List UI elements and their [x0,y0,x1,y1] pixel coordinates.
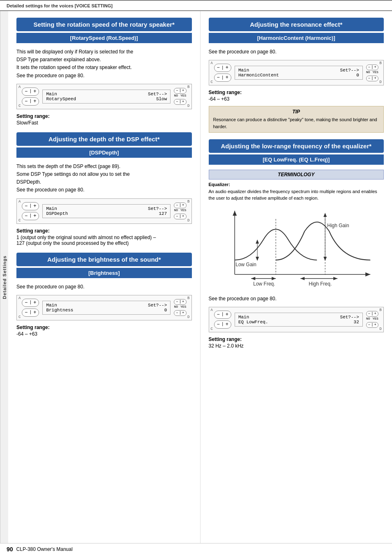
eq-diagram: A B C D − | + − | [209,307,384,332]
dsp-right-btn-top: − | + [174,203,186,208]
brightness-section: Adjusting the brightness of the sound* [… [16,253,192,337]
dsp-corner-b: B [187,200,189,204]
rotary-corner-d: D [187,104,189,108]
rotary-main-label: Main [46,92,57,97]
terminology-title: TERMINOLOGY [213,172,380,177]
brightness-right-buttons: − | + NOYES − | + [174,299,186,316]
brightness-diagram: A B C D − | + − | [16,295,192,320]
rotary-param-value: Slow [156,97,167,101]
rotary-body: This will be displayed only if Rotary is… [16,48,192,80]
harmonic-param-label: HarmonicContent [238,73,279,78]
rotary-right-minus-bottom: − [176,100,178,104]
harmonic-body-text: See the procedure on page 80. [209,49,277,55]
rotary-body-line1: This will be displayed only if Rotary is… [16,49,133,78]
brightness-center: Main Set?--> Brightness 0 [42,301,171,315]
rotary-right-buttons: − | + NOYES − | + [174,88,186,105]
terminology-definition: An audio equalizer divides the frequency… [209,189,377,201]
svg-marker-2 [233,211,237,216]
svg-marker-17 [300,277,304,280]
sidebar-strip: Detailed Settings [0,11,8,543]
rotary-right-btn-bottom: − | + [174,99,186,105]
dsp-range-value: 1 (output only the original sound with a… [16,235,192,246]
eq-right-buttons: − | + NOYES − | + [366,311,378,328]
header-bar: Detailed settings for the voices [VOICE … [0,0,392,11]
harmonic-btn-top: − | + [214,64,231,72]
dsp-left-buttons: − | + − | + [22,202,39,220]
eq-subheader: [EQ LowFreq. (EQ L.Freq)] [209,154,384,165]
dsp-set-label: Set?--> [148,206,167,211]
rotary-minus-top: − [25,89,28,94]
svg-marker-7 [256,240,259,244]
page-container: Detailed settings for the voices [VOICE … [0,0,392,555]
eq-body-text: See the procedure on page 80. [209,296,277,302]
brightness-set-label: Set?--> [148,303,167,308]
harmonic-corner-d: D [380,80,382,84]
eq-right-btn-top: − | + [366,311,378,317]
rotary-corner-c: C [18,104,21,108]
harmonic-no-yes-top: NOYES [366,70,378,74]
dsp-subheader: [DSPDepth] [16,147,192,158]
brightness-title: Adjusting the brightness of the sound* [21,256,187,263]
harmonic-right-buttons: − | + NOYES − | + [366,64,378,81]
high-freq-text: High Freq. [309,281,332,287]
rotary-diagram: A B C D − | + − | + [16,84,192,109]
dsp-corner-a: A [18,200,21,204]
eq-no-yes-top: NOYES [366,317,378,320]
svg-marker-8 [256,257,259,261]
harmonic-range-value: -64 – +63 [209,96,384,102]
manual-name: CLP-380 Owner's Manual [16,546,73,552]
harmonic-left-buttons: − | + − | + [214,64,231,82]
eq-corner-a: A [211,308,213,312]
eq-corner-c: C [211,327,213,331]
harmonic-tip-text: Resonance can produce a distinctive "pea… [213,116,380,130]
rotary-right-btn-top: − | + [174,88,186,94]
brightness-corner-a: A [18,296,21,300]
brightness-right-btn-top: − | + [174,299,186,305]
rotary-subheader: [RotarySpeed (Rot.Speed)] [16,33,192,43]
rotary-corner-b: B [187,85,189,89]
harmonic-corner-c: C [211,80,213,84]
harmonic-diagram: A B C D − | + − | + [209,60,384,85]
sidebar-label: Detailed Settings [2,255,7,299]
dsp-main-label: Main [46,206,57,211]
harmonic-param-value: 0 [356,73,359,78]
harmonic-body: See the procedure on page 80. [209,48,384,56]
eq-btn-top: − | + [214,311,231,319]
brightness-body: See the procedure on page 80. [16,283,192,291]
eq-set-label: Set?--> [340,315,359,320]
rotary-title: Setting the rotation speed of the rotary… [21,21,187,28]
dsp-corner-c: C [18,219,21,223]
harmonic-subheader: [HarmonicContent (Harmonic)] [209,33,384,43]
brightness-no-yes-top: NOYES [174,305,186,309]
rotary-btn-bottom: − | + [22,97,39,106]
brightness-param-label: Brightness [46,308,73,313]
dsp-range-label: Setting range: [16,228,192,234]
rotary-right-plus-bottom: + [182,100,184,104]
terminology-content: Equalizer: An audio equalizer divides th… [209,181,384,202]
harmonic-center: Main Set?--> HarmonicContent 0 [235,66,363,80]
harmonic-main-label: Main [238,68,249,73]
brightness-left-buttons: − | + − | + [22,299,39,317]
eq-corner-d: D [380,327,382,331]
eq-chart-svg: Low Gain High Gain [209,207,384,289]
high-gain-text: High Gain [327,223,349,228]
svg-marker-11 [323,257,327,261]
brightness-corner-d: D [187,315,189,319]
dsp-corner-d: D [187,219,189,223]
brightness-subheader: [Brightness] [16,268,192,278]
eq-body: See the procedure on page 80. [209,295,384,303]
brightness-range-label: Setting range: [16,325,192,330]
svg-marker-14 [251,277,255,280]
eq-chart: Low Gain High Gain [209,207,384,290]
harmonic-tip-box: TIP Resonance can produce a distinctive … [209,106,384,133]
rotary-right-minus-top: − [176,89,178,93]
rotary-minus-bottom: − [25,99,28,104]
rotary-range-label: Setting range: [16,113,192,119]
rotary-no-yes-top: NOYES [174,94,186,97]
eq-main-label: Main [238,315,249,320]
dsp-right-buttons: − | + NOYES − | + [174,203,186,219]
eq-corner-b: B [380,308,382,312]
eq-title: Adjusting the low-range frequency of the… [214,143,379,150]
terminology-box: TERMINOLOGY [209,170,384,180]
dsp-title: Adjusting the depth of the DSP effect* [21,136,187,143]
